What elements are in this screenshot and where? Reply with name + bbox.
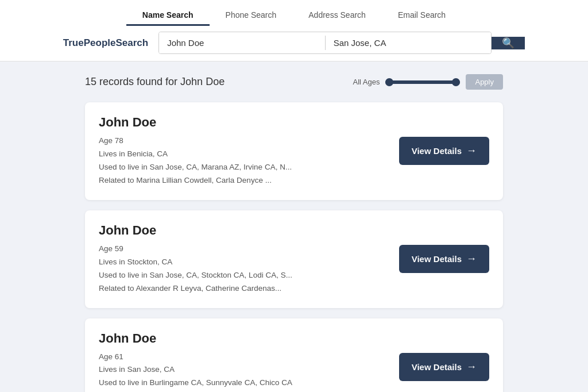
card-name: John Doe	[99, 115, 292, 130]
search-location-input[interactable]	[326, 32, 492, 53]
search-name-input[interactable]	[159, 32, 325, 53]
result-card: John Doe Age 78 Lives in Benicia, CA Use…	[85, 102, 503, 200]
slider-dot-right	[452, 78, 460, 86]
result-card: John Doe Age 61 Lives in San Jose, CA Us…	[85, 318, 503, 393]
card-name: John Doe	[99, 223, 292, 238]
search-bar-row: TruePeopleSearch 🔍	[0, 32, 588, 54]
card-lives-in: Lives in Stockton, CA	[99, 256, 292, 269]
header: Name Search Phone Search Address Search …	[0, 0, 588, 62]
nav-tabs: Name Search Phone Search Address Search …	[0, 0, 588, 26]
view-details-label: View Details	[412, 362, 462, 372]
card-name: John Doe	[99, 331, 292, 346]
arrow-icon: →	[466, 253, 477, 265]
tab-phone-search[interactable]: Phone Search	[210, 6, 293, 26]
logo-rest: PeopleSearch	[84, 37, 148, 48]
card-age: Age 78	[99, 134, 292, 148]
logo: TruePeopleSearch	[63, 37, 148, 49]
results-header: 15 records found for John Doe All Ages A…	[85, 74, 503, 90]
result-card: John Doe Age 59 Lives in Stockton, CA Us…	[85, 210, 503, 308]
arrow-icon: →	[466, 145, 477, 157]
card-related-to: Related to Kimberly Hall Rhoades, Alyssa…	[99, 390, 292, 392]
age-slider-wrapper[interactable]	[385, 80, 460, 84]
card-related-to: Related to Alexander R Leyva, Catherine …	[99, 282, 292, 295]
content-area: 15 records found for John Doe All Ages A…	[76, 62, 512, 392]
card-used-to-live: Used to live in San Jose, CA, Stockton C…	[99, 269, 292, 282]
card-lives-in: Lives in Benicia, CA	[99, 148, 292, 161]
search-icon: 🔍	[502, 37, 514, 49]
age-slider-track[interactable]	[385, 80, 460, 84]
view-details-button[interactable]: View Details →	[399, 245, 489, 273]
search-input-group	[158, 32, 492, 54]
card-lives-in: Lives in San Jose, CA	[99, 363, 292, 376]
card-age: Age 59	[99, 243, 292, 256]
age-filter-label: All Ages	[353, 78, 380, 86]
card-info: John Doe Age 59 Lives in Stockton, CA Us…	[99, 223, 292, 295]
logo-bold: True	[63, 37, 84, 48]
card-info: John Doe Age 61 Lives in San Jose, CA Us…	[99, 331, 292, 393]
apply-button[interactable]: Apply	[466, 74, 503, 90]
age-filter: All Ages Apply	[353, 74, 503, 90]
view-details-button[interactable]: View Details →	[399, 137, 489, 165]
card-age: Age 61	[99, 351, 292, 364]
view-details-button[interactable]: View Details →	[399, 353, 489, 381]
tab-email-search[interactable]: Email Search	[382, 6, 462, 26]
arrow-icon: →	[466, 361, 477, 373]
view-details-label: View Details	[412, 254, 462, 264]
results-count: 15 records found for John Doe	[85, 76, 225, 88]
tab-address-search[interactable]: Address Search	[292, 6, 382, 26]
card-used-to-live: Used to live in Burlingame CA, Sunnyvale…	[99, 376, 292, 390]
slider-dot-left	[385, 78, 393, 86]
card-used-to-live: Used to live in San Jose, CA, Marana AZ,…	[99, 161, 292, 174]
card-info: John Doe Age 78 Lives in Benicia, CA Use…	[99, 115, 292, 187]
results-list: John Doe Age 78 Lives in Benicia, CA Use…	[85, 102, 503, 392]
search-button[interactable]: 🔍	[492, 37, 525, 49]
view-details-label: View Details	[412, 146, 462, 156]
tab-name-search[interactable]: Name Search	[126, 6, 210, 26]
card-related-to: Related to Marina Lillian Cowdell, Carla…	[99, 174, 292, 187]
